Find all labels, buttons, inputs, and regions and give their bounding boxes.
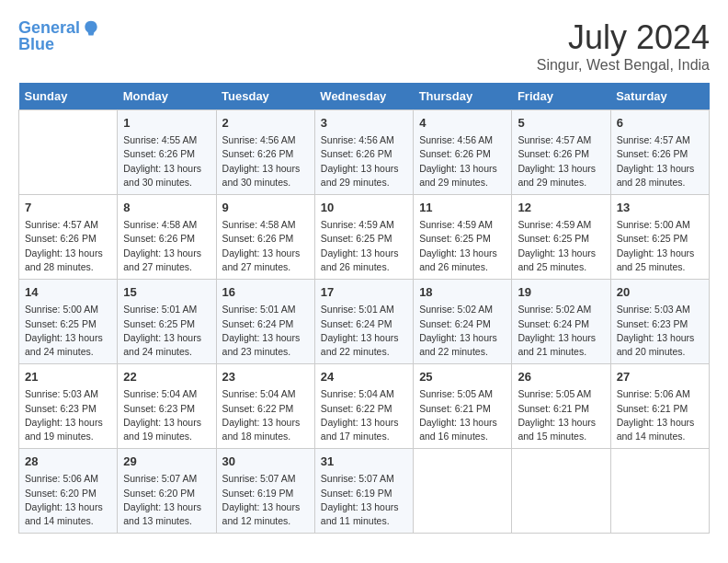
day-number: 1	[123, 115, 210, 132]
day-info: Sunrise: 4:57 AM Sunset: 6:26 PM Dayligh…	[25, 218, 111, 274]
calendar-cell: 19Sunrise: 5:02 AM Sunset: 6:24 PM Dayli…	[512, 280, 610, 364]
header-sunday: Sunday	[19, 83, 118, 110]
day-number: 31	[321, 454, 407, 470]
calendar-cell: 5Sunrise: 4:57 AM Sunset: 6:26 PM Daylig…	[512, 110, 610, 195]
day-info: Sunrise: 4:59 AM Sunset: 6:25 PM Dayligh…	[321, 218, 407, 274]
day-number: 13	[617, 200, 703, 216]
calendar-header-row: SundayMondayTuesdayWednesdayThursdayFrid…	[19, 83, 710, 110]
header-monday: Monday	[118, 83, 216, 110]
calendar-cell: 15Sunrise: 5:01 AM Sunset: 6:25 PM Dayli…	[118, 280, 216, 364]
day-number: 5	[518, 115, 604, 132]
day-info: Sunrise: 5:05 AM Sunset: 6:21 PM Dayligh…	[419, 387, 506, 443]
day-info: Sunrise: 5:01 AM Sunset: 6:24 PM Dayligh…	[321, 303, 407, 359]
day-info: Sunrise: 5:06 AM Sunset: 6:20 PM Dayligh…	[25, 472, 111, 528]
day-number: 24	[321, 369, 407, 385]
day-info: Sunrise: 4:58 AM Sunset: 6:26 PM Dayligh…	[222, 218, 309, 274]
day-number: 2	[222, 115, 309, 132]
day-info: Sunrise: 5:00 AM Sunset: 6:25 PM Dayligh…	[25, 303, 111, 359]
calendar-cell: 25Sunrise: 5:05 AM Sunset: 6:21 PM Dayli…	[414, 364, 512, 449]
calendar-cell: 30Sunrise: 5:07 AM Sunset: 6:19 PM Dayli…	[216, 449, 314, 534]
calendar-cell: 24Sunrise: 5:04 AM Sunset: 6:22 PM Dayli…	[314, 364, 413, 449]
calendar-cell: 16Sunrise: 5:01 AM Sunset: 6:24 PM Dayli…	[216, 280, 314, 364]
day-number: 6	[617, 115, 703, 132]
calendar-cell: 13Sunrise: 5:00 AM Sunset: 6:25 PM Dayli…	[610, 195, 709, 280]
day-info: Sunrise: 5:04 AM Sunset: 6:22 PM Dayligh…	[222, 387, 309, 443]
title-block: July 2024 Singur, West Bengal, India	[537, 18, 710, 74]
calendar-cell: 10Sunrise: 4:59 AM Sunset: 6:25 PM Dayli…	[314, 195, 413, 280]
logo-icon	[82, 19, 100, 38]
calendar-cell: 1Sunrise: 4:55 AM Sunset: 6:26 PM Daylig…	[118, 110, 216, 195]
header-friday: Friday	[512, 83, 610, 110]
day-info: Sunrise: 5:03 AM Sunset: 6:23 PM Dayligh…	[617, 303, 703, 359]
calendar-cell: 3Sunrise: 4:56 AM Sunset: 6:26 PM Daylig…	[314, 110, 413, 195]
day-number: 27	[617, 369, 703, 385]
calendar-cell: 29Sunrise: 5:07 AM Sunset: 6:20 PM Dayli…	[118, 449, 216, 534]
calendar-cell: 17Sunrise: 5:01 AM Sunset: 6:24 PM Dayli…	[314, 280, 413, 364]
header-tuesday: Tuesday	[216, 83, 314, 110]
day-info: Sunrise: 4:57 AM Sunset: 6:26 PM Dayligh…	[617, 133, 703, 190]
calendar-cell: 27Sunrise: 5:06 AM Sunset: 6:21 PM Dayli…	[610, 364, 709, 449]
calendar-cell	[512, 449, 610, 534]
calendar-cell: 2Sunrise: 4:56 AM Sunset: 6:26 PM Daylig…	[216, 110, 314, 195]
day-number: 30	[222, 454, 309, 470]
week-row-5: 28Sunrise: 5:06 AM Sunset: 6:20 PM Dayli…	[19, 449, 710, 534]
day-info: Sunrise: 5:01 AM Sunset: 6:24 PM Dayligh…	[222, 303, 309, 359]
week-row-1: 1Sunrise: 4:55 AM Sunset: 6:26 PM Daylig…	[19, 110, 710, 195]
calendar-cell: 8Sunrise: 4:58 AM Sunset: 6:26 PM Daylig…	[118, 195, 216, 280]
header-saturday: Saturday	[610, 83, 709, 110]
day-number: 20	[617, 284, 703, 301]
day-info: Sunrise: 5:04 AM Sunset: 6:23 PM Dayligh…	[123, 387, 210, 443]
day-number: 28	[25, 454, 111, 470]
day-number: 23	[222, 369, 309, 385]
day-number: 3	[321, 115, 407, 132]
calendar-cell: 21Sunrise: 5:03 AM Sunset: 6:23 PM Dayli…	[19, 364, 118, 449]
calendar-cell: 23Sunrise: 5:04 AM Sunset: 6:22 PM Dayli…	[216, 364, 314, 449]
day-info: Sunrise: 4:58 AM Sunset: 6:26 PM Dayligh…	[123, 218, 210, 274]
day-number: 7	[25, 200, 111, 216]
logo-blue-text: Blue	[18, 35, 54, 53]
week-row-2: 7Sunrise: 4:57 AM Sunset: 6:26 PM Daylig…	[19, 195, 710, 280]
day-number: 4	[419, 115, 506, 132]
calendar-cell: 4Sunrise: 4:56 AM Sunset: 6:26 PM Daylig…	[414, 110, 512, 195]
day-number: 21	[25, 369, 111, 385]
calendar-cell	[610, 449, 709, 534]
calendar-cell: 11Sunrise: 4:59 AM Sunset: 6:25 PM Dayli…	[414, 195, 512, 280]
day-info: Sunrise: 5:01 AM Sunset: 6:25 PM Dayligh…	[123, 303, 210, 359]
day-info: Sunrise: 4:56 AM Sunset: 6:26 PM Dayligh…	[222, 133, 309, 190]
day-number: 10	[321, 200, 407, 216]
day-number: 19	[518, 284, 604, 301]
calendar-cell: 6Sunrise: 4:57 AM Sunset: 6:26 PM Daylig…	[610, 110, 709, 195]
day-info: Sunrise: 5:07 AM Sunset: 6:20 PM Dayligh…	[123, 472, 210, 528]
calendar-cell: 26Sunrise: 5:05 AM Sunset: 6:21 PM Dayli…	[512, 364, 610, 449]
day-number: 17	[321, 284, 407, 301]
day-info: Sunrise: 4:56 AM Sunset: 6:26 PM Dayligh…	[419, 133, 506, 190]
calendar-cell: 28Sunrise: 5:06 AM Sunset: 6:20 PM Dayli…	[19, 449, 118, 534]
day-info: Sunrise: 5:06 AM Sunset: 6:21 PM Dayligh…	[617, 387, 703, 443]
main-title: July 2024	[537, 18, 710, 57]
day-info: Sunrise: 4:59 AM Sunset: 6:25 PM Dayligh…	[419, 218, 506, 274]
day-info: Sunrise: 5:03 AM Sunset: 6:23 PM Dayligh…	[25, 387, 111, 443]
header-wednesday: Wednesday	[314, 83, 413, 110]
header-thursday: Thursday	[414, 83, 512, 110]
day-number: 18	[419, 284, 506, 301]
week-row-4: 21Sunrise: 5:03 AM Sunset: 6:23 PM Dayli…	[19, 364, 710, 449]
calendar-cell: 14Sunrise: 5:00 AM Sunset: 6:25 PM Dayli…	[19, 280, 118, 364]
calendar-cell	[414, 449, 512, 534]
day-number: 11	[419, 200, 506, 216]
calendar-cell: 7Sunrise: 4:57 AM Sunset: 6:26 PM Daylig…	[19, 195, 118, 280]
logo: General Blue	[18, 18, 100, 54]
day-info: Sunrise: 4:59 AM Sunset: 6:25 PM Dayligh…	[518, 218, 604, 274]
day-info: Sunrise: 5:07 AM Sunset: 6:19 PM Dayligh…	[321, 472, 407, 528]
week-row-3: 14Sunrise: 5:00 AM Sunset: 6:25 PM Dayli…	[19, 280, 710, 364]
calendar-cell: 18Sunrise: 5:02 AM Sunset: 6:24 PM Dayli…	[414, 280, 512, 364]
calendar-cell: 12Sunrise: 4:59 AM Sunset: 6:25 PM Dayli…	[512, 195, 610, 280]
day-number: 15	[123, 284, 210, 301]
day-number: 8	[123, 200, 210, 216]
day-info: Sunrise: 5:00 AM Sunset: 6:25 PM Dayligh…	[617, 218, 703, 274]
day-number: 16	[222, 284, 309, 301]
calendar-table: SundayMondayTuesdayWednesdayThursdayFrid…	[18, 83, 710, 534]
day-number: 26	[518, 369, 604, 385]
day-info: Sunrise: 5:02 AM Sunset: 6:24 PM Dayligh…	[419, 303, 506, 359]
calendar-cell: 20Sunrise: 5:03 AM Sunset: 6:23 PM Dayli…	[610, 280, 709, 364]
subtitle: Singur, West Bengal, India	[537, 57, 710, 74]
